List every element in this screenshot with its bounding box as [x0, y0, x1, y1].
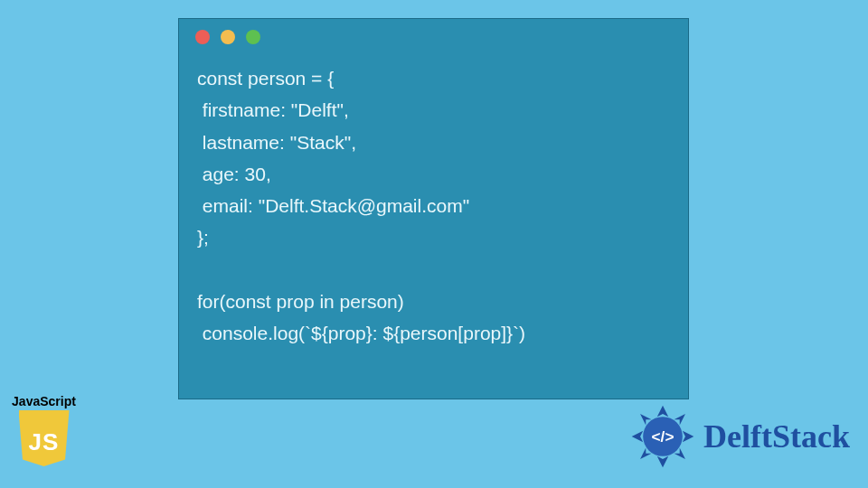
code-line: }; — [197, 227, 209, 248]
code-line: email: "Delft.Stack@gmail.com" — [197, 195, 469, 216]
code-line: age: 30, — [197, 164, 271, 184]
brand-text: DelftStack — [703, 418, 850, 455]
code-line: for(const prop in person) — [197, 291, 404, 312]
minimize-icon — [221, 30, 235, 44]
badge-label: JavaScript — [5, 394, 82, 408]
delftstack-medallion-icon: </> — [627, 401, 698, 472]
code-window: const person = { firstname: "Delft", las… — [178, 18, 689, 399]
maximize-icon — [246, 30, 260, 44]
window-titlebar — [179, 19, 688, 55]
close-icon — [195, 30, 210, 44]
code-line: lastname: "Stack", — [197, 132, 356, 153]
code-line: console.log(`${prop}: ${person[prop]}`) — [197, 323, 525, 343]
svg-text:</>: </> — [652, 427, 675, 446]
brand-logo: </> DelftStack — [627, 401, 850, 472]
badge-logo-text: JS — [29, 428, 60, 456]
javascript-badge: JavaScript JS — [5, 394, 82, 466]
code-block: const person = { firstname: "Delft", las… — [179, 55, 688, 367]
code-line: firstname: "Delft", — [197, 99, 349, 120]
code-line: const person = { — [197, 68, 334, 89]
javascript-shield-icon: JS — [19, 410, 70, 466]
